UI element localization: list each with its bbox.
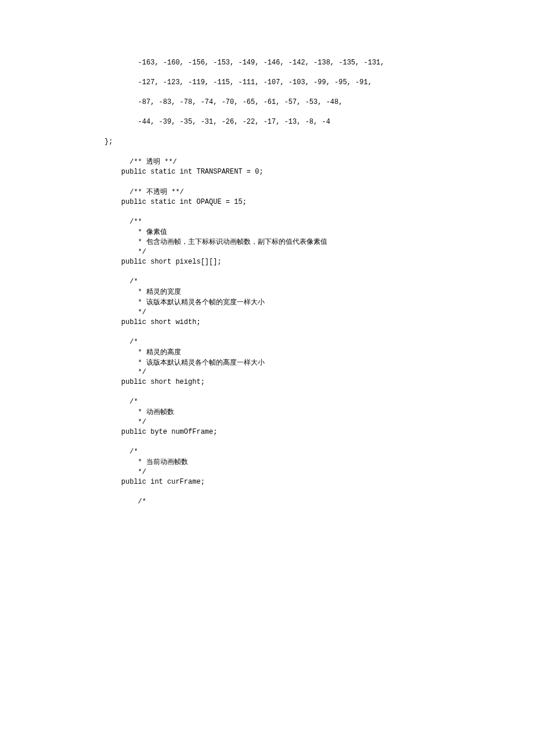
code-line: [104, 68, 534, 78]
code-block: -163, -160, -156, -153, -149, -146, -142…: [0, 58, 534, 507]
code-line: public static int OPAQUE = 15;: [104, 197, 534, 207]
code-line: * 精灵的高度: [104, 347, 534, 358]
code-line: public byte numOfFrame;: [104, 427, 534, 437]
code-line: [104, 487, 534, 497]
code-line: /*: [104, 337, 534, 347]
code-line: */: [104, 308, 534, 318]
code-line: public short width;: [104, 318, 534, 327]
code-line: public static int TRANSPARENT = 0;: [104, 167, 534, 177]
code-line: -44, -39, -35, -31, -26, -22, -17, -13, …: [104, 117, 534, 127]
code-line: * 该版本默认精灵各个帧的高度一样大小: [104, 358, 534, 368]
code-line: */: [104, 467, 534, 477]
code-line: [104, 437, 534, 447]
code-line: [104, 107, 534, 117]
code-line: [104, 88, 534, 98]
code-line: -87, -83, -78, -74, -70, -65, -61, -57, …: [104, 98, 534, 107]
code-line: -127, -123, -119, -115, -111, -107, -103…: [104, 78, 534, 88]
code-line: [104, 387, 534, 397]
code-line: * 该版本默认精灵各个帧的宽度一样大小: [104, 297, 534, 308]
code-page: -163, -160, -156, -153, -149, -146, -142…: [0, 0, 534, 542]
code-line: [104, 327, 534, 337]
code-line: public int curFrame;: [104, 477, 534, 487]
code-line: [104, 177, 534, 187]
code-line: public short height;: [104, 377, 534, 387]
code-line: /**: [104, 217, 534, 227]
code-line: /*: [104, 497, 534, 507]
code-line: /** 透明 **/: [104, 157, 534, 167]
code-line: /*: [104, 447, 534, 457]
code-line: [104, 147, 534, 157]
code-line: * 包含动画帧，主下标标识动画帧数，副下标的值代表像素值: [104, 237, 534, 247]
code-line: /*: [104, 397, 534, 407]
code-line: /** 不透明 **/: [104, 187, 534, 197]
code-line: -163, -160, -156, -153, -149, -146, -142…: [104, 58, 534, 68]
code-line: /*: [104, 277, 534, 287]
code-line: * 动画帧数: [104, 407, 534, 417]
code-line: */: [104, 247, 534, 257]
code-line: * 精灵的宽度: [104, 287, 534, 297]
code-line: public short pixels[][];: [104, 257, 534, 267]
code-line: [104, 127, 534, 137]
code-line: * 当前动画帧数: [104, 457, 534, 467]
code-line: [104, 267, 534, 277]
code-line: */: [104, 368, 534, 377]
code-line: };: [104, 137, 534, 147]
code-line: * 像素值: [104, 227, 534, 237]
code-line: */: [104, 417, 534, 427]
code-line: [104, 207, 534, 217]
